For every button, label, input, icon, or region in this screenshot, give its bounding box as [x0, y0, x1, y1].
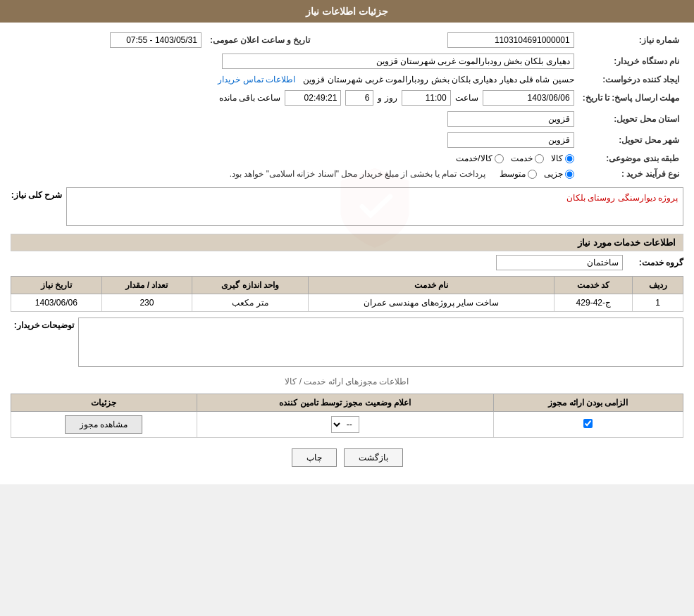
permissions-table: الزامی بودن ارائه مجوز اعلام وضعیت مجوز …: [11, 394, 683, 438]
perm-elzami-checkbox[interactable]: [583, 419, 593, 428]
tabaqe-label: طبقه بندی موضوعی:: [578, 151, 683, 166]
roz-label: روز و: [378, 93, 397, 103]
info-table: شماره نیاز: تاریخ و ساعت اعلان عمومی: نا…: [11, 30, 683, 182]
radio-jozi: جزیی: [544, 169, 574, 179]
tawzihaat-section: توضیحات خریدار:: [11, 318, 683, 367]
page-title: جزئیات اطلاعات نیاز: [306, 6, 388, 17]
tarikh-elan-value: [11, 30, 206, 51]
radio-jozi-label: جزیی: [544, 169, 563, 179]
cell-vahad: متر مکعب: [192, 294, 309, 312]
cell-kod_khadmat: ج-42-429: [554, 294, 633, 312]
shomara-niaz-label: شماره نیاز:: [578, 30, 683, 51]
goroh-khadmat-row: گروه خدمت:: [11, 255, 683, 270]
permissions-section: اطلاعات مجوزهای ارائه خدمت / کالا الزامی…: [11, 374, 683, 438]
perm-joziat-cell: مشاهده مجوز: [11, 412, 197, 438]
tarikh-elan-input[interactable]: [110, 32, 202, 48]
tawzihaat-textarea[interactable]: [78, 318, 683, 367]
cell-nam_khadmat: ساخت سایر پروژه‌های مهندسی عمران: [308, 294, 554, 312]
perm-eelam-cell: --: [197, 412, 493, 438]
shomara-niaz-value: [314, 30, 578, 51]
tawzihaat-label: توضیحات خریدار:: [11, 318, 74, 330]
ijad-konande-text: حسین شاه قلی دهیار دهیاری بلکان بخش رودب…: [303, 75, 574, 84]
goroh-khadmat-input[interactable]: [496, 255, 623, 270]
radio-kala-input[interactable]: [565, 154, 574, 163]
th-vahad: واحد اندازه گیری: [192, 277, 309, 294]
radio-jozi-input[interactable]: [565, 170, 574, 179]
perm-elzami-cell: [493, 412, 683, 438]
th-tedad: تعداد / مقدار: [101, 277, 192, 294]
cell-tedad_megdar: 230: [101, 294, 192, 312]
permissions-title: اطلاعات مجوزهای ارائه خدمت / کالا: [11, 374, 683, 389]
perm-row: --مشاهده مجوز: [11, 412, 683, 438]
shomara-niaz-input[interactable]: [447, 32, 574, 48]
etela-tamas-link[interactable]: اطلاعات تماس خریدار: [218, 75, 295, 84]
main-content: شماره نیاز: تاریخ و ساعت اعلان عمومی: نا…: [0, 23, 694, 484]
radio-kala-khadmat-input[interactable]: [495, 154, 504, 163]
th-nam: نام خدمت: [308, 277, 554, 294]
perm-joziat-btn[interactable]: مشاهده مجوز: [65, 415, 142, 434]
radio-kala-label: کالا: [551, 153, 563, 163]
tarikh-mohlat-input[interactable]: [483, 90, 574, 106]
th-kod: کد خدمت: [554, 277, 633, 294]
th-radif: ردیف: [633, 277, 683, 294]
page-header: جزئیات اطلاعات نیاز: [0, 0, 694, 23]
ostan-value: [11, 108, 578, 130]
ijad-konande-value: حسین شاه قلی دهیار دهیاری بلکان بخش رودب…: [11, 72, 578, 87]
th-joziat: جزئیات: [11, 394, 197, 412]
nam-dastgah-label: نام دستگاه خریدار:: [578, 51, 683, 72]
perm-eelam-select[interactable]: --: [331, 416, 359, 433]
tarikh-elan-label: تاریخ و ساعت اعلان عمومی:: [206, 30, 314, 51]
radio-kala: کالا: [551, 153, 574, 163]
radio-khadmat: خدمت: [511, 153, 544, 163]
goroh-khadmat-label: گروه خدمت:: [627, 258, 683, 268]
sharh-input-container: پروژه دیوارسنگی روستای بلکان: [66, 187, 683, 228]
radio-khadmat-input[interactable]: [535, 154, 544, 163]
watermark-icon: [333, 165, 417, 251]
roz-input[interactable]: [345, 90, 373, 106]
th-elzami: الزامی بودن ارائه مجوز: [493, 394, 683, 412]
remaining-label: ساعت باقی مانده: [219, 93, 281, 103]
bottom-buttons: بازگشت چاپ: [11, 448, 683, 467]
cell-tarikh_niaz: 1403/06/06: [11, 294, 102, 312]
sharh-koli-label: شرح کلی نیاز:: [11, 187, 62, 200]
mohlat-ersal-label: مهلت ارسال پاسخ: تا تاریخ:: [578, 87, 683, 108]
table-row: 1ج-42-429ساخت سایر پروژه‌های مهندسی عمرا…: [11, 294, 683, 312]
saat-label: ساعت: [455, 93, 478, 103]
ijad-konande-label: ایجاد کننده درخواست:: [578, 72, 683, 87]
shahr-value: [11, 130, 578, 151]
th-eelam: اعلام وضعیت مجوز توسط تامین کننده: [197, 394, 493, 412]
sharh-koli-value: پروژه دیوارسنگی روستای بلکان: [566, 193, 678, 203]
shahr-label: شهر محل تحویل:: [578, 130, 683, 151]
saat-input[interactable]: [402, 90, 451, 106]
sharh-koli-section: پروژه دیوارسنگی روستای بلکان شرح کلی نیا…: [11, 187, 683, 228]
noe-farayand-row: جزیی متوسط پرداخت تمام یا بخشی از مبلغ خ…: [11, 166, 578, 182]
nam-dastgah-input[interactable]: [222, 54, 574, 69]
radio-motavaset: متوسط: [500, 169, 537, 179]
radio-kala-khadmat: کالا/خدمت: [456, 153, 503, 163]
page-wrapper: جزئیات اطلاعات نیاز شماره نیاز: تاریخ و …: [0, 0, 694, 484]
btn-chap[interactable]: چاپ: [292, 448, 337, 467]
radio-motavaset-label: متوسط: [500, 169, 526, 179]
services-table: ردیف کد خدمت نام خدمت واحد اندازه گیری ت…: [11, 276, 683, 312]
shahr-input[interactable]: [447, 132, 574, 148]
tabaqe-row: کالا خدمت کالا/خدمت: [11, 151, 578, 166]
radio-kala-khadmat-label: کالا/خدمت: [456, 153, 492, 163]
noe-farayand-label: نوع فرآیند خرید :: [578, 166, 683, 182]
cell-radif: 1: [633, 294, 683, 312]
th-tarikh: تاریخ نیاز: [11, 277, 102, 294]
btn-bazgasht[interactable]: بازگشت: [344, 448, 403, 467]
ostan-input[interactable]: [447, 111, 574, 127]
remaining-input[interactable]: [285, 90, 341, 106]
nam-dastgah-value: [11, 51, 578, 72]
radio-khadmat-label: خدمت: [511, 153, 533, 163]
ostan-label: استان محل تحویل:: [578, 108, 683, 130]
radio-motavaset-input[interactable]: [528, 170, 537, 179]
mohlat-ersal-row: ساعت روز و ساعت باقی مانده: [11, 87, 578, 108]
